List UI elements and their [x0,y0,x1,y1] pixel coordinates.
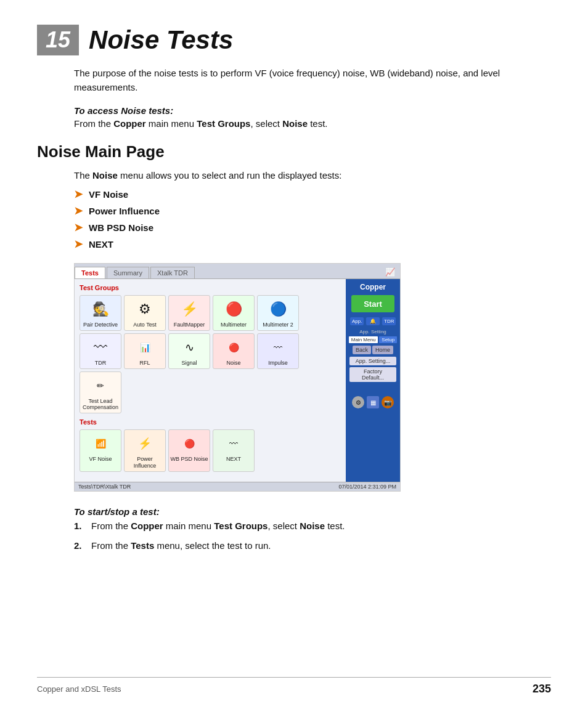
buzzer-icon[interactable]: 🔔 [366,317,380,325]
icon-faultmapper[interactable]: ⚡ FaultMapper [168,295,210,331]
access-mid2: , select [250,118,282,129]
icon-auto-test[interactable]: ⚙ Auto Test [124,295,166,331]
signal-label: Signal [181,360,197,367]
app-setting-menu-item[interactable]: App. Setting... [349,357,396,365]
rfl-label: RFL [139,360,150,367]
faultmapper-icon: ⚡ [178,298,200,320]
noise-label: Noise [226,360,240,367]
step-2-text: From the Tests menu, select the test to … [91,539,271,553]
multimeter2-icon: 🔵 [267,298,289,320]
pair-detective-icon: 🕵 [89,298,112,320]
arrow-icon: ➤ [74,221,83,234]
list-item: ➤ NEXT [74,238,551,251]
copper-label: Copper [360,283,386,291]
bottom-icon-1[interactable]: ⚙ [352,396,364,408]
auto-test-icon: ⚙ [134,298,156,320]
icon-multimeter2[interactable]: 🔵 Multimeter 2 [257,295,299,331]
access-bold2: Test Groups [197,118,250,129]
main-menu-tab[interactable]: Main Menu [349,336,378,343]
right-icons: App. 🔔 TDR [350,317,396,325]
start-button[interactable]: Start [351,295,394,312]
list-item: ➤ WB PSD Noise [74,221,551,234]
vfnoise-icon: 📶 [89,432,112,455]
feature-list: ➤ VF Noise ➤ Power Influence ➤ WB PSD No… [74,188,551,251]
access-text: From the Copper main menu Test Groups, s… [74,118,551,129]
multimeter-label: Multimeter [221,322,247,328]
powerinfluence-icon: ⚡ [134,432,156,455]
left-panel: Test Groups 🕵 Pair Detective ⚙ Auto Test… [75,279,346,482]
icon-impulse[interactable]: 〰 Impulse [257,333,299,369]
icon-powerinfluence[interactable]: ⚡ Power Influence [124,429,166,472]
list-item-label: VF Noise [89,189,128,200]
step-1-num: 1. [74,519,91,533]
status-left: Tests\TDR\Xtalk TDR [78,484,131,490]
signal-icon: ∿ [178,336,200,359]
screenshot-body: Test Groups 🕵 Pair Detective ⚙ Auto Test… [75,279,400,482]
arrow-icon: ➤ [74,205,83,217]
icon-noise[interactable]: 🔴 Noise [213,333,255,369]
access-bold1: Copper [113,118,146,129]
bottom-icon-2[interactable]: ▦ [367,396,379,408]
back-button[interactable]: Back [353,346,371,354]
vfnoise-label: VF Noise [89,456,112,463]
screenshot: Tests Summary Xtalk TDR 📈 Test Groups 🕵 … [74,263,401,492]
icon-rfl[interactable]: 📊 RFL [124,333,166,369]
section-heading: Noise Main Page [37,142,551,161]
next-label: NEXT [226,456,241,463]
multimeter2-label: Multimeter 2 [263,322,293,328]
tab-bar: Tests Summary Xtalk TDR 📈 [75,264,400,279]
startstop-heading: To start/stop a test: [74,506,551,517]
test-groups-grid: 🕵 Pair Detective ⚙ Auto Test ⚡ FaultMapp… [80,295,341,413]
access-heading: To access Noise tests: [74,105,551,116]
wbpsd-label: WB PSD Noise [170,456,208,463]
wbpsd-icon: 🔴 [178,432,200,455]
list-item-label: Power Influence [89,206,160,216]
home-button[interactable]: Home [372,346,393,354]
tab-xtalk-tdr[interactable]: Xtalk TDR [150,267,195,278]
icon-next[interactable]: 〰 NEXT [213,429,255,472]
section-intro-bold: Noise [92,170,118,181]
chapter-title: Noise Tests [89,25,233,55]
section-intro-plain: The [74,170,92,181]
bottom-icons: ⚙ ▦ 📷 [352,396,394,408]
rfl-icon: 📊 [134,336,156,359]
pair-detective-label: Pair Detective [83,322,118,328]
faultmapper-label: FaultMapper [174,322,205,328]
app-setting-label: App. Setting [359,329,386,335]
step-2: 2. From the Tests menu, select the test … [74,539,551,553]
status-bar: Tests\TDR\Xtalk TDR 07/01/2014 2:31:09 P… [75,482,400,491]
tab-tests[interactable]: Tests [75,267,105,278]
page-footer: Copper and xDSL Tests 235 [37,677,551,696]
auto-test-label: Auto Test [133,322,156,328]
icon-testlead[interactable]: ✏ Test Lead Compensation [80,371,121,414]
tests-label: Tests [80,418,341,426]
steps-section: 1. From the Copper main menu Test Groups… [74,519,551,553]
arrow-icon: ➤ [74,238,83,251]
step-1: 1. From the Copper main menu Test Groups… [74,519,551,533]
menu-tabs: Main Menu Setup [349,336,397,343]
step-2-num: 2. [74,539,91,553]
app-setting-icon[interactable]: App. [350,317,364,325]
section-intro-rest: menu allows you to select and run the di… [118,170,342,181]
tdr-icon: 〰 [89,336,112,359]
chart-icon: 📈 [380,266,400,278]
factory-default-menu-item[interactable]: Factory Default... [349,367,396,382]
bottom-icon-3[interactable]: 📷 [382,396,394,408]
list-item: ➤ Power Influence [74,205,551,217]
icon-wbpsd[interactable]: 🔴 WB PSD Noise [168,429,210,472]
arrow-icon: ➤ [74,188,83,201]
access-text-plain: From the [74,118,113,129]
tab-summary[interactable]: Summary [107,267,149,278]
setup-tab[interactable]: Setup [379,336,397,343]
access-bold3: Noise [282,118,308,129]
next-icon: 〰 [223,432,245,455]
icon-vfnoise[interactable]: 📶 VF Noise [80,429,121,472]
icon-pair-detective[interactable]: 🕵 Pair Detective [80,295,121,331]
icon-tdr[interactable]: 〰 TDR [80,333,121,369]
icon-multimeter[interactable]: 🔴 Multimeter [213,295,255,331]
right-panel: Copper Start App. 🔔 TDR App. Setting Mai… [346,279,400,482]
icon-signal[interactable]: ∿ Signal [168,333,210,369]
list-item: ➤ VF Noise [74,188,551,201]
intro-paragraph: The purpose of the noise tests is to per… [74,67,551,94]
tdr-icon[interactable]: TDR [382,317,396,325]
